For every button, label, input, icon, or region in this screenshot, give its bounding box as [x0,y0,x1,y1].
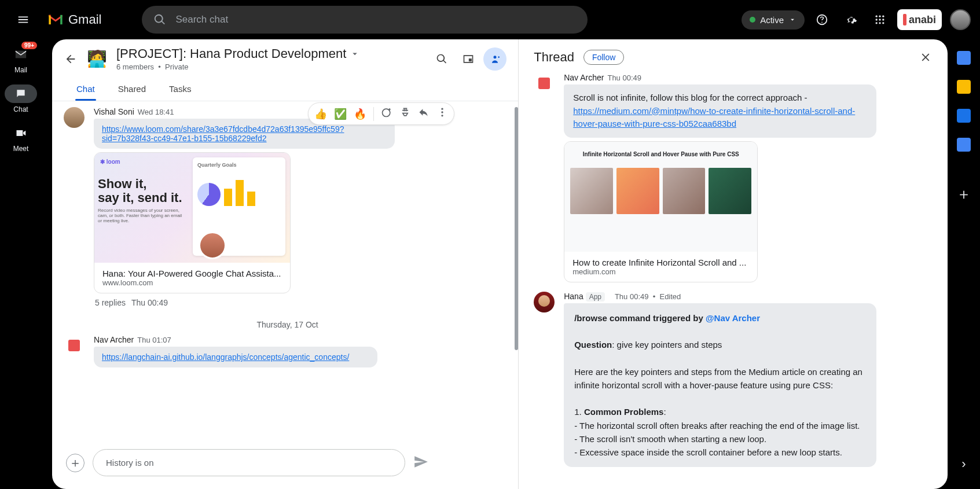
replies-summary[interactable]: 5 replies Thu 00:49 [94,298,511,307]
link-preview-card[interactable]: ✱ loom Show it, say it, send it. Record … [94,152,291,293]
close-icon [919,51,932,64]
status-chip[interactable]: Active [742,10,805,30]
tab-chat[interactable]: Chat [75,78,96,101]
link-preview-card[interactable]: Infinite Horizontal Scroll and Hover Pau… [564,141,758,282]
replies-count: 5 replies [95,298,126,307]
calendar-addon[interactable] [957,51,971,65]
nav-mail[interactable]: 99+ Mail [5,45,37,74]
composer: ＋ History is on [52,441,518,489]
status-label: Active [760,15,784,25]
message-text: Scroll is not infinite, follow this blog… [573,93,807,102]
search-bar[interactable] [142,6,588,34]
follow-button[interactable]: Follow [583,50,624,65]
tab-shared[interactable]: Shared [117,78,147,101]
more-actions-button[interactable] [436,106,448,121]
nav-mail-label: Mail [14,66,27,74]
avatar[interactable] [64,335,85,356]
present-icon [463,54,474,64]
svg-point-5 [882,19,884,20]
message-link[interactable]: https://www.loom.com/share/3a3e67fdcdbe4… [102,124,344,143]
svg-point-11 [383,109,390,116]
message-link[interactable]: https://medium.com/@mintpw/how-to-create… [573,106,855,129]
account-avatar[interactable] [950,9,971,30]
author-name: Nav Archer [564,73,604,82]
side-panel-expand[interactable]: › [961,457,966,472]
keep-addon[interactable] [957,80,971,94]
space-title[interactable]: [PROJECT]: Hana Product Development [116,46,421,61]
chat-tabs: Chat Shared Tasks [52,78,518,101]
reaction-thumbs-up[interactable]: 👍 [314,108,327,120]
tab-tasks[interactable]: Tasks [168,78,192,101]
reply-button[interactable] [418,106,430,121]
main-menu-button[interactable] [9,6,37,34]
people-icon [489,53,501,65]
reaction-fire[interactable]: 🔥 [354,108,366,120]
avatar[interactable] [534,73,555,94]
org-chip[interactable]: anabi [897,9,942,30]
thread-icon [399,106,411,118]
members-button[interactable] [483,47,506,71]
nav-meet[interactable]: Meet [5,124,37,153]
message-list[interactable]: 👍 ✅ 🔥 Vishal SoniWed 18:41 https://www.l… [52,101,518,441]
thread-title: Thread [534,50,574,65]
gear-icon [845,13,857,26]
message-link[interactable]: https://langchain-ai.github.io/langgraph… [102,352,349,362]
user-mention[interactable]: @Nav Archer [706,313,760,323]
svg-point-2 [882,16,884,17]
svg-point-8 [882,22,884,24]
chat-header: 🧑‍💻 [PROJECT]: Hana Product Development … [52,39,518,78]
svg-rect-9 [469,58,472,61]
avatar[interactable] [534,292,555,312]
search-in-space-button[interactable] [430,47,453,71]
meet-icon [15,128,27,138]
search-icon [153,13,166,26]
question-label: Question [574,340,612,350]
message-row: Nav ArcherThu 01:07 https://langchain-ai… [64,335,511,367]
preview-domain: medium.com [572,267,749,276]
back-button[interactable] [64,52,78,66]
close-thread-button[interactable] [919,50,933,64]
composer-input[interactable]: History is on [93,449,405,476]
date-separator: Thursday, 17 Oct [64,320,511,329]
preview-image: Infinite Horizontal Scroll and Hover Pau… [564,142,757,252]
apps-button[interactable] [868,8,891,31]
thread-messages[interactable]: Nav ArcherThu 00:49 Scroll is not infini… [519,69,948,489]
brand-text: Gmail [68,12,101,27]
nav-chat[interactable]: Chat [5,84,37,113]
list-heading: Common Problems [584,407,664,417]
replies-time: Thu 00:49 [131,298,168,307]
message-time: Thu 01:07 [137,336,171,344]
scrollbar[interactable] [515,107,518,350]
reaction-check[interactable]: ✅ [334,108,347,120]
send-button[interactable] [413,454,428,471]
add-reaction-button[interactable] [381,106,392,121]
search-input[interactable] [175,14,576,25]
avatar[interactable] [64,107,85,128]
gmail-brand[interactable]: Gmail [47,12,101,27]
get-addons-button[interactable]: ＋ [956,184,971,204]
settings-button[interactable] [839,8,862,31]
composer-add-button[interactable]: ＋ [66,454,85,472]
svg-point-4 [879,19,880,20]
bot-logo-icon [538,78,550,89]
preview-thumb-strip [570,168,751,214]
message-time: Thu 00:49 [607,73,641,82]
svg-point-7 [879,22,880,24]
author-name: Hana [564,292,583,301]
help-button[interactable] [810,8,834,31]
present-button[interactable] [457,47,480,71]
top-bar: Gmail Active anabi [0,0,980,39]
contacts-addon[interactable] [957,138,971,152]
menu-icon [17,13,30,26]
mail-badge: 99+ [21,42,37,49]
help-icon [816,13,828,26]
space-title-text: [PROJECT]: Hana Product Development [116,46,346,61]
message-bubble: Scroll is not infinite, follow this blog… [564,84,876,138]
list-item: - Excessive space inside the scroll cont… [574,446,866,459]
thread-reply-button[interactable] [399,106,411,121]
command-text: /browse command triggered by [574,313,706,323]
svg-point-3 [875,19,877,20]
preview-title: How to create Infinite Horizontal Scroll… [572,258,749,267]
tasks-addon[interactable] [957,109,971,123]
chat-column: 🧑‍💻 [PROJECT]: Hana Product Development … [52,39,519,489]
